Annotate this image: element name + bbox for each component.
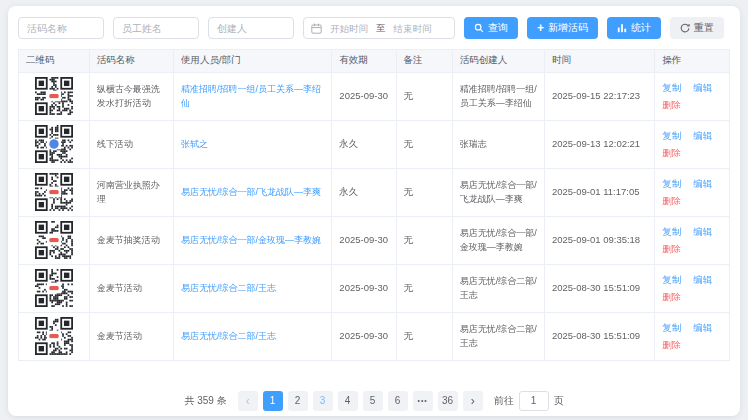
remark-text: 无 bbox=[404, 90, 414, 101]
table-header-row: 二维码 活码名称 使用人员/部门 有效期 备注 活码创建人 时间 操作 bbox=[19, 50, 729, 72]
refresh-icon bbox=[680, 23, 690, 33]
pagination-total: 共 359 条 bbox=[184, 394, 226, 408]
creator-filter-input[interactable] bbox=[208, 17, 294, 39]
reset-button-label: 重置 bbox=[694, 21, 714, 35]
edit-link[interactable]: 编辑 bbox=[693, 79, 712, 96]
users-department-link[interactable]: 易店无忧/综合二部/王志 bbox=[181, 283, 276, 293]
reset-button[interactable]: 重置 bbox=[670, 17, 724, 39]
validity-text: 永久 bbox=[339, 138, 358, 149]
copy-link[interactable]: 复制 bbox=[662, 223, 681, 240]
creator-text: 易店无忧/综合二部/王志 bbox=[460, 324, 537, 348]
delete-link[interactable]: 删除 bbox=[662, 243, 681, 254]
page-button-4[interactable]: 4 bbox=[338, 391, 358, 411]
code-name-text: 纵横古今最强洗发水打折活动 bbox=[97, 84, 160, 108]
edit-link[interactable]: 编辑 bbox=[693, 223, 712, 240]
column-header-creator: 活码创建人 bbox=[452, 50, 544, 72]
copy-link[interactable]: 复制 bbox=[662, 127, 681, 144]
qr-code-image bbox=[35, 221, 73, 259]
calendar-icon bbox=[311, 23, 322, 34]
column-header-validity: 有效期 bbox=[332, 50, 396, 72]
code-name-text: 金麦节活动 bbox=[97, 331, 142, 341]
created-time-text: 2025-09-15 22:17:23 bbox=[552, 90, 640, 101]
add-live-code-button[interactable]: + 新增活码 bbox=[527, 17, 598, 39]
pagination-bar: 共 359 条 ‹ 123456•••36 › 前往 页 bbox=[18, 391, 730, 411]
delete-link[interactable]: 删除 bbox=[662, 99, 681, 110]
pagination-pages: 123456•••36 bbox=[263, 391, 458, 411]
pages-ellipsis[interactable]: ••• bbox=[413, 391, 433, 411]
creator-text: 易店无忧/综合二部/王志 bbox=[460, 276, 537, 300]
edit-link[interactable]: 编辑 bbox=[693, 271, 712, 288]
code-name-text: 河南营业执照办理 bbox=[97, 180, 160, 204]
employee-name-filter-input[interactable] bbox=[113, 17, 199, 39]
page-button-6[interactable]: 6 bbox=[388, 391, 408, 411]
copy-link[interactable]: 复制 bbox=[662, 271, 681, 288]
query-button[interactable]: 查询 bbox=[464, 17, 518, 39]
copy-link[interactable]: 复制 bbox=[662, 175, 681, 192]
creator-text: 易店无忧/综合一部/飞龙战队—李爽 bbox=[460, 180, 537, 204]
edit-link[interactable]: 编辑 bbox=[693, 127, 712, 144]
creator-text: 张瑞志 bbox=[460, 139, 487, 149]
pagination-jump: 前往 页 bbox=[494, 391, 564, 411]
edit-link[interactable]: 编辑 bbox=[693, 319, 712, 336]
users-department-link[interactable]: 易店无忧/综合二部/王志 bbox=[181, 331, 276, 341]
table-row: 金麦节抽奖活动 易店无忧/综合一部/金玫瑰—李教婉 2025-09-30 无 易… bbox=[19, 216, 729, 264]
qr-code-image bbox=[35, 269, 73, 307]
table-row: 纵横古今最强洗发水打折活动 精准招聘/招聘一组/员工关系—李绍仙 2025-09… bbox=[19, 72, 729, 120]
created-time-text: 2025-08-30 15:51:09 bbox=[552, 330, 640, 341]
created-time-text: 2025-09-01 11:17:05 bbox=[552, 186, 640, 197]
validity-text: 永久 bbox=[339, 186, 358, 197]
copy-link[interactable]: 复制 bbox=[662, 79, 681, 96]
remark-text: 无 bbox=[404, 330, 414, 341]
creator-text: 精准招聘/招聘一组/员工关系—李绍仙 bbox=[460, 84, 537, 108]
page-button-1[interactable]: 1 bbox=[263, 391, 283, 411]
jump-page-input[interactable] bbox=[519, 391, 549, 411]
validity-text: 2025-09-30 bbox=[339, 90, 388, 101]
qr-code-image bbox=[35, 173, 73, 211]
page-button-36[interactable]: 36 bbox=[438, 391, 458, 411]
copy-link[interactable]: 复制 bbox=[662, 319, 681, 336]
start-time-input[interactable] bbox=[326, 23, 372, 34]
column-header-actions: 操作 bbox=[655, 50, 729, 72]
table-row: 金麦节活动 易店无忧/综合二部/王志 2025-09-30 无 易店无忧/综合二… bbox=[19, 264, 729, 312]
table-row: 河南营业执照办理 易店无忧/综合一部/飞龙战队—李爽 永久 无 易店无忧/综合一… bbox=[19, 168, 729, 216]
delete-link[interactable]: 删除 bbox=[662, 291, 681, 302]
remark-text: 无 bbox=[404, 234, 414, 245]
remark-text: 无 bbox=[404, 186, 414, 197]
users-department-link[interactable]: 易店无忧/综合一部/金玫瑰—李教婉 bbox=[181, 235, 321, 245]
add-button-label: 新增活码 bbox=[548, 21, 588, 35]
table-row: 金麦节活动 易店无忧/综合二部/王志 2025-09-30 无 易店无忧/综合二… bbox=[19, 312, 729, 360]
date-range-picker[interactable]: 至 bbox=[303, 17, 455, 39]
page-suffix-label: 页 bbox=[554, 394, 564, 408]
created-time-text: 2025-09-01 09:35:18 bbox=[552, 234, 640, 245]
created-time-text: 2025-09-13 12:02:21 bbox=[552, 138, 640, 149]
qr-code-image bbox=[35, 125, 73, 163]
users-department-link[interactable]: 张轼之 bbox=[181, 139, 208, 149]
column-header-code-name: 活码名称 bbox=[89, 50, 173, 72]
page-button-3[interactable]: 3 bbox=[313, 391, 333, 411]
column-header-remark: 备注 bbox=[396, 50, 452, 72]
next-page-button[interactable]: › bbox=[463, 391, 483, 411]
users-department-link[interactable]: 易店无忧/综合一部/飞龙战队—李爽 bbox=[181, 187, 321, 197]
edit-link[interactable]: 编辑 bbox=[693, 175, 712, 192]
table-row: 线下活动 张轼之 永久 无 张瑞志 2025-09-13 12:02:21 复制… bbox=[19, 120, 729, 168]
delete-link[interactable]: 删除 bbox=[662, 147, 681, 158]
delete-link[interactable]: 删除 bbox=[662, 339, 681, 350]
table-body: 纵横古今最强洗发水打折活动 精准招聘/招聘一组/员工关系—李绍仙 2025-09… bbox=[19, 72, 729, 360]
code-name-filter-input[interactable] bbox=[18, 17, 104, 39]
validity-text: 2025-09-30 bbox=[339, 234, 388, 245]
bar-chart-icon bbox=[617, 23, 627, 33]
users-department-link[interactable]: 精准招聘/招聘一组/员工关系—李绍仙 bbox=[181, 84, 321, 108]
validity-text: 2025-09-30 bbox=[339, 330, 388, 341]
column-header-time: 时间 bbox=[544, 50, 654, 72]
page-button-5[interactable]: 5 bbox=[363, 391, 383, 411]
plus-icon: + bbox=[537, 22, 544, 34]
end-time-input[interactable] bbox=[390, 23, 436, 34]
qr-code-image bbox=[35, 317, 73, 355]
prev-page-button[interactable]: ‹ bbox=[238, 391, 258, 411]
page-button-2[interactable]: 2 bbox=[288, 391, 308, 411]
live-code-table: 二维码 活码名称 使用人员/部门 有效期 备注 活码创建人 时间 操作 纵横古今… bbox=[18, 49, 730, 361]
jump-label: 前往 bbox=[494, 394, 514, 408]
query-button-label: 查询 bbox=[488, 21, 508, 35]
delete-link[interactable]: 删除 bbox=[662, 195, 681, 206]
statistics-button[interactable]: 统计 bbox=[607, 17, 661, 39]
